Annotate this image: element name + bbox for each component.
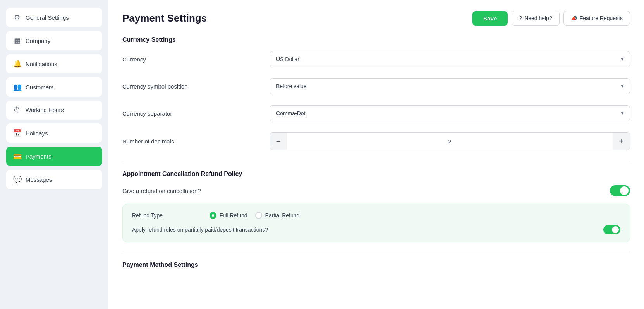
section-divider [122, 161, 630, 161]
notifications-icon: 🔔 [13, 60, 21, 68]
sidebar-item-label-payments: Payments [26, 153, 52, 160]
full-refund-label: Full Refund [220, 212, 247, 219]
decimals-value: 2 [287, 134, 613, 149]
sidebar-item-notifications[interactable]: 🔔Notifications [6, 54, 102, 73]
currency-separator-label: Currency separator [122, 110, 270, 117]
refund-type-row: Refund Type Full Refund Partial Refund [132, 212, 620, 219]
sidebar-item-label-general-settings: General Settings [26, 14, 69, 21]
full-refund-radio[interactable] [210, 212, 216, 219]
deposit-label: Apply refund rules on partially paid/dep… [132, 227, 268, 233]
sidebar-item-working-hours[interactable]: ⏱Working Hours [6, 101, 102, 120]
currency-label: Currency [122, 56, 270, 63]
currency-position-select[interactable]: Before value After value [270, 78, 630, 94]
payment-method-divider [122, 252, 630, 252]
currency-row: Currency US Dollar Euro British Pound ▼ [122, 51, 630, 67]
sidebar-item-customers[interactable]: 👥Customers [6, 77, 102, 97]
increment-button[interactable]: + [613, 133, 630, 150]
deposit-toggle-slider [603, 225, 620, 234]
partial-refund-label: Partial Refund [265, 212, 300, 219]
refund-section-title: Appointment Cancellation Refund Policy [122, 171, 630, 178]
full-refund-option[interactable]: Full Refund [210, 212, 247, 219]
decimals-stepper: − 2 + [270, 132, 630, 150]
currency-settings-section: Currency Settings Currency US Dollar Eur… [122, 36, 630, 150]
decrement-button[interactable]: − [270, 133, 287, 150]
company-icon: ▦ [13, 36, 21, 45]
feature-label: Feature Requests [580, 15, 623, 21]
holidays-icon: 📅 [13, 129, 21, 137]
refund-type-radio-group: Full Refund Partial Refund [210, 212, 299, 219]
save-button[interactable]: Save [472, 11, 508, 26]
refund-toggle-slider [610, 185, 630, 196]
sidebar-item-company[interactable]: ▦Company [6, 31, 102, 50]
sidebar-item-general-settings[interactable]: ⚙General Settings [6, 8, 102, 27]
question-icon: ? [519, 15, 522, 21]
decimals-control: − 2 + [270, 132, 630, 150]
currency-control: US Dollar Euro British Pound ▼ [270, 51, 630, 67]
megaphone-icon: 📣 [571, 15, 577, 21]
deposit-toggle[interactable] [603, 225, 620, 234]
refund-type-box: Refund Type Full Refund Partial Refund A… [122, 204, 630, 242]
currency-position-row: Currency symbol position Before value Af… [122, 78, 630, 94]
sidebar-item-payments[interactable]: 💳Payments [6, 147, 102, 166]
sidebar-item-label-holidays: Holidays [26, 130, 48, 137]
refund-toggle-row: Give a refund on cancellation? [122, 185, 630, 196]
partial-refund-radio[interactable] [255, 212, 262, 219]
help-button[interactable]: ? Need help? [512, 11, 559, 26]
refund-toggle-label: Give a refund on cancellation? [122, 188, 201, 194]
sidebar-item-label-customers: Customers [26, 84, 54, 90]
sidebar: ⚙General Settings▦Company🔔Notifications👥… [0, 0, 108, 309]
decimals-label: Number of decimals [122, 138, 270, 145]
currency-position-control: Before value After value ▼ [270, 78, 630, 94]
deposit-row: Apply refund rules on partially paid/dep… [132, 225, 620, 234]
currency-select-wrapper: US Dollar Euro British Pound ▼ [270, 51, 630, 67]
sidebar-item-label-notifications: Notifications [26, 61, 57, 67]
feature-requests-button[interactable]: 📣 Feature Requests [563, 11, 630, 26]
page-title: Payment Settings [122, 12, 207, 24]
currency-separator-control: Comma-Dot Dot-Comma ▼ [270, 105, 630, 121]
refund-type-label: Refund Type [132, 212, 210, 219]
messages-icon: 💬 [13, 175, 21, 184]
page-header: Payment Settings Save ? Need help? 📣 Fea… [122, 11, 630, 26]
refund-policy-section: Appointment Cancellation Refund Policy G… [122, 171, 630, 242]
main-content: Payment Settings Save ? Need help? 📣 Fea… [108, 0, 644, 309]
currency-separator-select-wrapper: Comma-Dot Dot-Comma ▼ [270, 105, 630, 121]
refund-toggle[interactable] [610, 185, 630, 196]
sidebar-item-label-company: Company [26, 38, 50, 44]
sidebar-item-messages[interactable]: 💬Messages [6, 170, 102, 189]
currency-separator-select[interactable]: Comma-Dot Dot-Comma [270, 105, 630, 121]
working-hours-icon: ⏱ [13, 106, 21, 114]
sidebar-item-label-working-hours: Working Hours [26, 107, 64, 113]
sidebar-item-label-messages: Messages [26, 176, 52, 183]
partial-refund-option[interactable]: Partial Refund [255, 212, 300, 219]
currency-position-label: Currency symbol position [122, 83, 270, 90]
currency-select[interactable]: US Dollar Euro British Pound [270, 51, 630, 67]
sidebar-item-holidays[interactable]: 📅Holidays [6, 123, 102, 143]
general-settings-icon: ⚙ [13, 13, 21, 22]
currency-position-select-wrapper: Before value After value ▼ [270, 78, 630, 94]
currency-section-title: Currency Settings [122, 36, 630, 43]
help-label: Need help? [524, 15, 552, 21]
payments-icon: 💳 [13, 152, 21, 160]
payment-method-section: Payment Method Settings [122, 261, 630, 268]
currency-separator-row: Currency separator Comma-Dot Dot-Comma ▼ [122, 105, 630, 121]
decimals-row: Number of decimals − 2 + [122, 132, 630, 150]
header-actions: Save ? Need help? 📣 Feature Requests [472, 11, 630, 26]
payment-method-title: Payment Method Settings [122, 261, 630, 268]
customers-icon: 👥 [13, 83, 21, 91]
